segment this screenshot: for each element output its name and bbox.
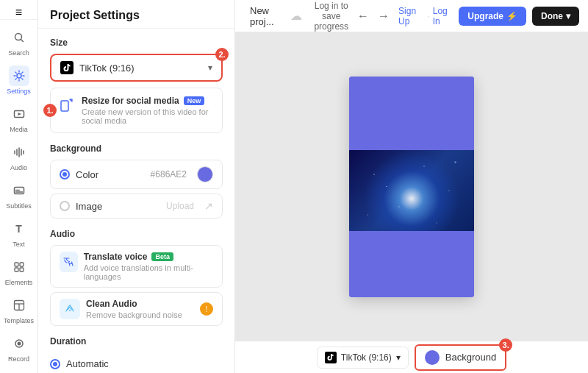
- sidebar-item-text[interactable]: T Text: [0, 214, 37, 252]
- templates-icon: [13, 299, 25, 311]
- color-value: #686AE2: [151, 169, 187, 180]
- elements-icon: [13, 261, 25, 273]
- image-radio[interactable]: [60, 201, 70, 211]
- sidebar-item-settings[interactable]: Settings: [0, 61, 37, 99]
- duration-automatic-option[interactable]: Automatic: [50, 352, 223, 373]
- background-button[interactable]: Background 3.: [415, 344, 506, 371]
- audio-label: Audio: [10, 164, 27, 171]
- auth-links: Sign Up · Log In: [398, 6, 453, 26]
- signup-link[interactable]: Sign Up: [398, 6, 424, 26]
- video-particles: [349, 150, 474, 231]
- settings-label: Settings: [7, 88, 31, 95]
- text-label: Text: [12, 241, 25, 248]
- done-label: Done: [541, 11, 563, 21]
- clean-audio-icon: [60, 299, 80, 319]
- image-label: Image: [76, 201, 160, 212]
- color-label: Color: [76, 169, 145, 180]
- upgrade-label: Upgrade: [467, 11, 503, 21]
- sidebar-item-media[interactable]: Media: [0, 99, 37, 138]
- sidebar-item-search[interactable]: Search: [0, 23, 37, 61]
- upgrade-icon: ⚡: [506, 11, 517, 21]
- sidebar-nav: Search Settings Media: [0, 23, 37, 373]
- login-link[interactable]: Log In: [433, 6, 453, 26]
- resize-title: Resize for social media: [82, 96, 179, 106]
- background-button-label: Background: [445, 352, 496, 363]
- sidebar-hamburger[interactable]: ≡: [0, 6, 37, 20]
- resize-description: Create new version of this video for soc…: [82, 107, 213, 125]
- sidebar: ≡ Search Settings: [0, 0, 38, 373]
- audio-icon-wrap: [9, 142, 29, 163]
- clean-audio-item[interactable]: Clean Audio Remove background noise !: [50, 292, 223, 326]
- sidebar-item-elements[interactable]: Elements: [0, 252, 37, 291]
- color-radio[interactable]: [60, 169, 70, 180]
- tiktok-selector[interactable]: TikTok (9:16) ▾: [317, 347, 409, 369]
- clean-audio-title: Clean Audio: [86, 299, 137, 309]
- upgrade-button[interactable]: Upgrade ⚡: [459, 7, 526, 26]
- done-chevron-icon: ▾: [566, 11, 570, 21]
- sidebar-item-templates[interactable]: Templates: [0, 291, 37, 329]
- resize-card[interactable]: 1. Resize for social media New Create ne…: [50, 88, 223, 133]
- audio-section-label: Audio: [50, 229, 223, 239]
- translate-voice-item[interactable]: Translate voice Beta Add voice translati…: [50, 245, 223, 288]
- new-project-button[interactable]: New proj... ☁: [244, 2, 308, 30]
- size-dropdown[interactable]: TikTok (9:16) ▾ 2.: [50, 54, 223, 82]
- text-icon-wrap: T: [9, 219, 29, 239]
- record-label: Record: [8, 355, 29, 363]
- audio-icon: [13, 146, 25, 158]
- done-button[interactable]: Done ▾: [532, 7, 579, 26]
- svg-point-20: [69, 310, 71, 311]
- canvas-top-section: [349, 77, 474, 150]
- media-icon-wrap: [9, 104, 29, 124]
- size-badge: 2.: [215, 48, 229, 61]
- background-badge: 3.: [499, 338, 512, 352]
- redo-button[interactable]: →: [375, 7, 392, 26]
- undo-button[interactable]: ←: [354, 7, 372, 26]
- settings-icon-wrap: [9, 65, 29, 86]
- sidebar-item-transitions[interactable]: Transitions: [0, 367, 37, 373]
- canvas-video-section: [349, 150, 474, 231]
- color-swatch[interactable]: [197, 166, 213, 182]
- duration-section-label: Duration: [50, 336, 223, 347]
- settings-panel: Project Settings Size TikTok (9:16) ▾ 2.…: [38, 0, 235, 373]
- top-bar: New proj... ☁ Log in to save progress ← …: [235, 0, 588, 32]
- sidebar-item-audio[interactable]: Audio: [0, 138, 37, 176]
- svg-marker-4: [18, 113, 21, 116]
- phone-canvas: [349, 77, 474, 297]
- automatic-label: Automatic: [66, 358, 223, 369]
- beta-badge: Beta: [151, 252, 173, 261]
- canvas-area: [235, 32, 588, 341]
- translate-voice-icon: [60, 252, 78, 272]
- hamburger-icon: ≡: [15, 6, 22, 19]
- tiktok-selector-icon: [325, 352, 337, 363]
- settings-content: Size TikTok (9:16) ▾ 2. 1.: [38, 29, 234, 373]
- size-section-label: Size: [50, 38, 223, 48]
- svg-point-16: [17, 342, 21, 346]
- sidebar-item-subtitles[interactable]: Subtitles: [0, 176, 37, 214]
- subtitles-label: Subtitles: [6, 202, 32, 210]
- clean-audio-desc: Remove background noise: [86, 310, 182, 319]
- resize-text: Resize for social media New Create new v…: [82, 96, 213, 125]
- svg-line-1: [21, 40, 23, 42]
- main-area: New proj... ☁ Log in to save progress ← …: [235, 0, 588, 373]
- background-image-option[interactable]: Image Upload ↗: [50, 193, 223, 219]
- new-badge: New: [184, 96, 205, 105]
- templates-icon-wrap: [9, 295, 29, 316]
- record-icon-wrap: [9, 333, 29, 354]
- undo-redo-group: ← →: [354, 7, 392, 26]
- automatic-radio[interactable]: [50, 359, 60, 369]
- tiktok-dropdown-icon: [60, 61, 74, 74]
- media-label: Media: [10, 126, 28, 133]
- settings-header: Project Settings: [38, 0, 234, 29]
- save-progress-text[interactable]: Log in to save progress: [314, 1, 348, 32]
- search-icon: [13, 32, 25, 43]
- sidebar-item-record[interactable]: Record: [0, 329, 37, 367]
- cloud-icon: ☁: [290, 9, 302, 23]
- elements-label: Elements: [5, 279, 33, 286]
- chevron-down-icon: ▾: [208, 63, 212, 73]
- clean-audio-text: Clean Audio Remove background noise: [86, 299, 182, 319]
- upload-text: Upload: [166, 201, 194, 211]
- background-color-option[interactable]: Color #686AE2: [50, 160, 223, 189]
- upload-icon: ↗: [204, 200, 213, 212]
- translate-voice-title: Translate voice: [84, 252, 148, 262]
- size-value: TikTok (9:16): [79, 63, 135, 74]
